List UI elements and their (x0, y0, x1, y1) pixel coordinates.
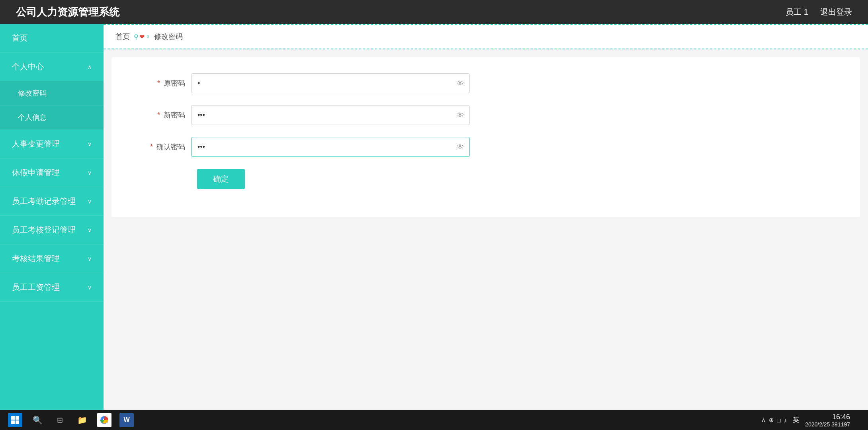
main-layout: 首页 个人中心 ∧ 修改密码 个人信息 人事变更管理 ∨ 休假申请管理 ∨ 员工… (0, 24, 868, 410)
logout-button[interactable]: 退出登录 (820, 7, 852, 18)
sidebar-item-personal-info[interactable]: 个人信息 (0, 106, 104, 130)
file-explorer-button[interactable]: 📁 (75, 413, 89, 427)
chevron-down-icon-6: ∨ (88, 284, 92, 291)
eye-icon-1[interactable]: 👁 (457, 79, 464, 88)
sidebar-label-leave: 休假申请管理 (12, 167, 60, 178)
new-password-label: * 新密码 (135, 110, 191, 120)
new-password-wrapper: 👁 (191, 105, 470, 125)
system-tray: ∧ ⊕ □ ♪ (761, 416, 787, 424)
task-view-button[interactable]: ⊟ (53, 413, 67, 427)
taskbar-time: 16:46 (805, 413, 850, 421)
sidebar: 首页 个人中心 ∧ 修改密码 个人信息 人事变更管理 ∨ 休假申请管理 ∨ 员工… (0, 24, 104, 410)
sidebar-label-attendance-review: 员工考核登记管理 (12, 225, 76, 235)
taskbar-date: 2020/2/25 391197 (805, 421, 850, 428)
chevron-down-icon-4: ∨ (88, 227, 92, 233)
sidebar-label-personal-info: 个人信息 (18, 113, 47, 122)
sidebar-item-attendance-record[interactable]: 员工考勤记录管理 ∨ (0, 187, 104, 216)
word-button[interactable]: W (119, 413, 134, 427)
tray-volume: □ (777, 417, 781, 424)
old-password-input[interactable] (191, 73, 470, 93)
required-mark-3: * (150, 143, 153, 151)
confirm-password-label: * 确认密码 (135, 142, 191, 152)
submit-button[interactable]: 确定 (197, 169, 245, 189)
sidebar-label-personal-center: 个人中心 (12, 61, 44, 72)
search-taskbar-button[interactable]: 🔍 (30, 413, 45, 427)
chevron-down-icon-1: ∨ (88, 141, 92, 147)
windows-start-button[interactable] (8, 413, 22, 427)
breadcrumb-separator-icons: ⚲ ❤ ♀ (134, 33, 150, 41)
breadcrumb-current: 修改密码 (154, 32, 183, 41)
confirm-password-wrapper: 👁 (191, 137, 470, 157)
svg-rect-0 (11, 416, 15, 420)
change-password-form: * 原密码 👁 * 新密码 👁 (111, 57, 860, 217)
required-mark-1: * (157, 79, 160, 87)
sidebar-item-salary[interactable]: 员工工资管理 ∨ (0, 273, 104, 302)
submit-row: 确定 (135, 169, 836, 189)
sidebar-item-personnel-change[interactable]: 人事变更管理 ∨ (0, 130, 104, 158)
chevron-down-icon-5: ∨ (88, 256, 92, 262)
sidebar-label-home: 首页 (12, 33, 28, 43)
confirm-password-row: * 确认密码 👁 (135, 137, 836, 157)
old-password-row: * 原密码 👁 (135, 73, 836, 93)
confirm-password-input[interactable] (191, 137, 470, 157)
navbar-right: 员工 1 退出登录 (786, 7, 852, 18)
tray-sound: ♪ (784, 417, 787, 424)
sidebar-item-change-password[interactable]: 修改密码 (0, 81, 104, 106)
taskbar-right: ∧ ⊕ □ ♪ 英 16:46 2020/2/25 391197 (761, 413, 860, 428)
taskbar: 🔍 ⊟ 📁 W ∧ ⊕ □ ♪ 英 16:46 2020/2/25 391197 (0, 410, 868, 430)
breadcrumb-pin-icon: ♀ (145, 33, 150, 40)
sidebar-label-personnel-change: 人事变更管理 (12, 139, 60, 149)
app-title: 公司人力资源管理系统 (16, 5, 119, 19)
breadcrumb-heart-icon: ❤ (139, 33, 145, 41)
sidebar-label-review-result: 考核结果管理 (12, 253, 60, 264)
eye-icon-3[interactable]: 👁 (457, 143, 464, 151)
new-password-input[interactable] (191, 105, 470, 125)
breadcrumb-home: 首页 (115, 32, 130, 41)
sidebar-item-attendance-review[interactable]: 员工考核登记管理 ∨ (0, 216, 104, 244)
sidebar-item-review-result[interactable]: 考核结果管理 ∨ (0, 244, 104, 273)
taskbar-left: 🔍 ⊟ 📁 W (8, 413, 134, 427)
tray-network: ⊕ (769, 416, 774, 424)
sidebar-label-salary: 员工工资管理 (12, 282, 60, 293)
main-content: 首页 ⚲ ❤ ♀ 修改密码 * 原密码 👁 (104, 24, 868, 410)
sidebar-label-attendance-record: 员工考勤记录管理 (12, 196, 76, 207)
sidebar-item-home[interactable]: 首页 (0, 24, 104, 53)
old-password-label: * 原密码 (135, 78, 191, 88)
new-password-row: * 新密码 👁 (135, 105, 836, 125)
current-user: 员工 1 (786, 7, 808, 18)
svg-rect-2 (11, 420, 15, 424)
navbar: 公司人力资源管理系统 员工 1 退出登录 (0, 0, 868, 24)
svg-rect-3 (16, 420, 19, 424)
taskbar-time-display: 16:46 2020/2/25 391197 (805, 413, 850, 428)
tray-chevron: ∧ (761, 416, 766, 424)
eye-icon-2[interactable]: 👁 (457, 111, 464, 119)
sidebar-item-personal-center[interactable]: 个人中心 ∧ (0, 53, 104, 81)
chevron-down-icon-3: ∨ (88, 198, 92, 205)
breadcrumb-link-icon: ⚲ (134, 33, 139, 41)
chrome-button[interactable] (97, 413, 111, 427)
breadcrumb: 首页 ⚲ ❤ ♀ 修改密码 (104, 24, 868, 49)
required-mark-2: * (157, 111, 160, 119)
taskbar-lang: 英 (793, 416, 799, 424)
sidebar-label-change-password: 修改密码 (18, 88, 47, 98)
chevron-down-icon-2: ∨ (88, 170, 92, 176)
sidebar-item-leave[interactable]: 休假申请管理 ∨ (0, 158, 104, 187)
old-password-wrapper: 👁 (191, 73, 470, 93)
svg-rect-1 (16, 416, 19, 420)
chevron-up-icon: ∧ (88, 64, 92, 70)
